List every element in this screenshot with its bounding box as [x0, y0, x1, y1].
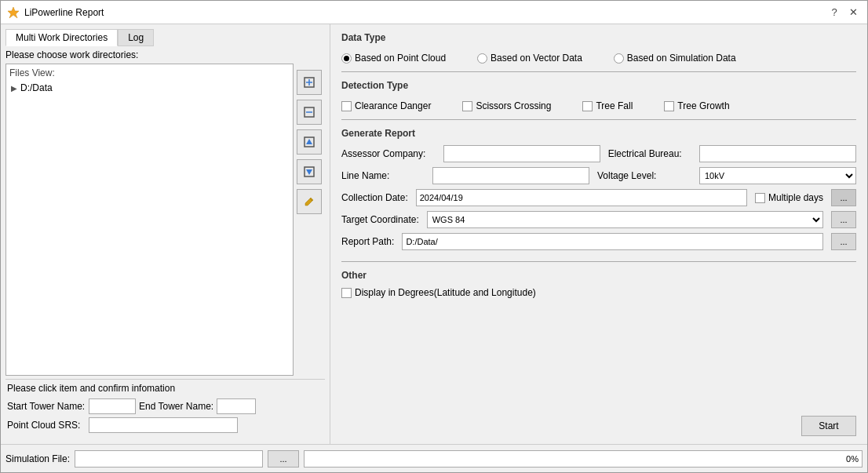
data-type-radio-group: Based on Point Cloud Based on Vector Dat… [341, 53, 856, 64]
simulation-file-input[interactable] [75, 450, 263, 468]
start-button[interactable]: Start [801, 416, 856, 436]
assessor-company-input[interactable] [443, 145, 600, 162]
svg-marker-7 [306, 139, 312, 144]
radio-vector-data[interactable]: Based on Vector Data [477, 53, 582, 64]
display-degrees-box [341, 288, 352, 298]
remove-directory-button[interactable] [297, 100, 322, 125]
line-name-label: Line Name: [341, 170, 425, 181]
target-coordinate-label: Target Coordinate: [341, 214, 419, 225]
svg-marker-9 [306, 169, 312, 175]
main-window: LiPowerline Report ? ✕ Multi Work Direct… [0, 0, 868, 473]
line-name-input[interactable] [432, 167, 589, 184]
file-tree-container: Files View: ▶ D:/Data [5, 64, 294, 376]
start-tower-row: Start Tower Name: End Tower Name: [7, 398, 323, 414]
target-coordinate-browse-button[interactable]: ... [831, 211, 856, 228]
left-panel: Multi Work Directories Log Please choose… [1, 24, 330, 444]
tree-item-data[interactable]: ▶ D:/Data [9, 82, 290, 94]
collection-date-input[interactable] [416, 189, 747, 206]
tab-log[interactable]: Log [118, 29, 154, 46]
file-tree-area: Files View: ▶ D:/Data [5, 64, 325, 376]
multiple-days-label: Multiple days [768, 192, 823, 203]
checkbox-tree-fall-box [582, 101, 593, 111]
detection-checkbox-group: Clearance Danger Scissors Crossing Tree … [341, 100, 856, 111]
generate-report-label: Generate Report [341, 128, 856, 139]
radio-simulation-data-label: Based on Simulation Data [627, 53, 736, 64]
main-content: Multi Work Directories Log Please choose… [1, 24, 867, 444]
checkbox-clearance-danger-label: Clearance Danger [355, 100, 431, 111]
radio-point-cloud-indicator [341, 53, 352, 64]
help-button[interactable]: ? [826, 5, 842, 20]
info-section: Please click item and confirm infomation… [5, 379, 325, 439]
radio-point-cloud-label: Based on Point Cloud [355, 53, 446, 64]
radio-vector-data-label: Based on Vector Data [491, 53, 582, 64]
checkbox-scissors-crossing-box [462, 101, 472, 111]
tree-arrow-icon: ▶ [11, 84, 17, 93]
checkbox-tree-growth[interactable]: Tree Growth [664, 100, 729, 111]
detection-type-section: Detection Type Clearance Danger Scissors… [341, 80, 856, 111]
checkbox-tree-fall[interactable]: Tree Fall [582, 100, 633, 111]
report-path-browse-button[interactable]: ... [831, 233, 856, 250]
side-buttons [294, 64, 325, 376]
choose-directories-label: Please choose work directories: [5, 49, 325, 60]
report-path-input[interactable] [402, 233, 823, 250]
progress-bar-container: 0% [304, 450, 863, 468]
start-tower-label: Start Tower Name: [7, 401, 86, 412]
app-icon [7, 6, 20, 19]
collection-date-browse-button[interactable]: ... [831, 189, 856, 206]
display-degrees-label: Display in Degrees(Latitude and Longitud… [355, 287, 536, 298]
checkbox-scissors-crossing-label: Scissors Crossing [476, 100, 551, 111]
close-button[interactable]: ✕ [845, 5, 861, 20]
info-section-label: Please click item and confirm infomation [7, 383, 323, 394]
other-section: Other Display in Degrees(Latitude and Lo… [341, 270, 856, 298]
end-tower-label: End Tower Name: [139, 401, 213, 412]
bottom-bar: Simulation File: ... 0% [1, 444, 867, 472]
simulation-file-browse-button[interactable]: ... [268, 450, 299, 468]
display-degrees-checkbox[interactable]: Display in Degrees(Latitude and Longitud… [341, 287, 856, 298]
checkbox-tree-growth-box [664, 101, 674, 111]
voltage-level-select[interactable]: 10kV 35kV 110kV 220kV [699, 167, 856, 184]
data-type-label: Data Type [341, 32, 856, 43]
tab-multi-work[interactable]: Multi Work Directories [5, 29, 118, 46]
divider-2 [341, 119, 856, 120]
files-view-header: Files View: [9, 67, 290, 78]
collection-date-label: Collection Date: [341, 192, 408, 203]
checkbox-tree-fall-label: Tree Fall [596, 100, 633, 111]
radio-simulation-data-indicator [614, 53, 624, 64]
add-directory-button[interactable] [297, 70, 322, 95]
checkbox-clearance-danger[interactable]: Clearance Danger [341, 100, 431, 111]
radio-point-cloud[interactable]: Based on Point Cloud [341, 53, 446, 64]
radio-vector-data-indicator [477, 53, 487, 64]
window-controls: ? ✕ [826, 5, 861, 20]
right-bottom-bar: Start [341, 416, 856, 436]
electrical-bureau-input[interactable] [699, 145, 856, 162]
checkbox-clearance-danger-box [341, 101, 352, 111]
other-label: Other [341, 270, 856, 281]
assessor-company-label: Assessor Company: [341, 148, 436, 159]
title-bar: LiPowerline Report ? ✕ [1, 1, 867, 24]
start-tower-input[interactable] [89, 398, 136, 414]
right-panel: Data Type Based on Point Cloud Based on … [330, 24, 867, 444]
simulation-file-label: Simulation File: [5, 453, 70, 464]
move-down-button[interactable] [297, 159, 322, 184]
multiple-days-checkbox-box [755, 193, 765, 203]
report-path-label: Report Path: [341, 236, 394, 247]
point-cloud-srs-label: Point Cloud SRS: [7, 420, 86, 431]
end-tower-input[interactable] [217, 398, 256, 414]
checkbox-scissors-crossing[interactable]: Scissors Crossing [462, 100, 551, 111]
electrical-bureau-label: Electrical Bureau: [608, 148, 691, 159]
data-type-section: Data Type Based on Point Cloud Based on … [341, 32, 856, 64]
svg-marker-0 [8, 7, 19, 18]
voltage-level-label: Voltage Level: [597, 170, 691, 181]
app-title: LiPowerline Report [24, 7, 826, 18]
point-cloud-srs-row: Point Cloud SRS: [7, 417, 323, 433]
target-coordinate-select[interactable]: WGS 84 CGCS2000 [427, 211, 823, 228]
move-up-button[interactable] [297, 129, 322, 155]
detection-type-label: Detection Type [341, 80, 856, 91]
point-cloud-srs-input[interactable] [89, 417, 238, 433]
radio-simulation-data[interactable]: Based on Simulation Data [614, 53, 736, 64]
checkbox-tree-growth-label: Tree Growth [677, 100, 729, 111]
edit-button[interactable] [297, 189, 322, 214]
file-tree: Files View: ▶ D:/Data [6, 64, 293, 375]
generate-report-section: Generate Report Assessor Company: Electr… [341, 128, 856, 253]
multiple-days-checkbox[interactable]: Multiple days [755, 192, 823, 203]
